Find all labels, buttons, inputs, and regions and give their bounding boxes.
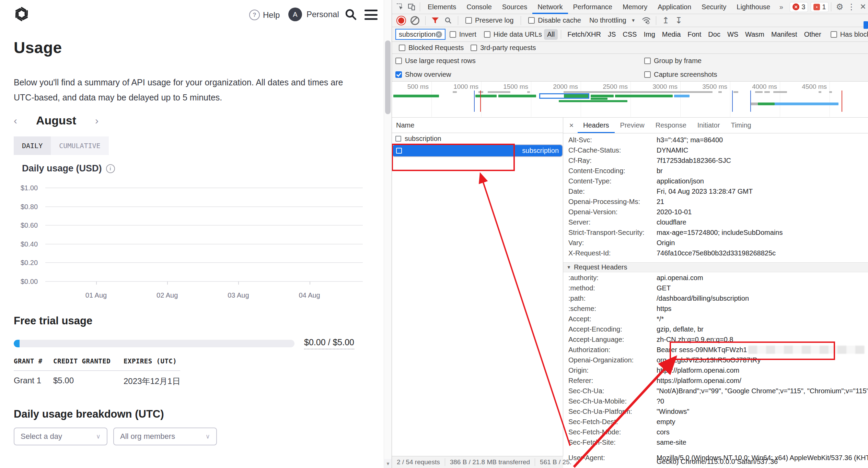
request-checkbox[interactable] (396, 148, 402, 154)
error-badge[interactable]: ✕ 3 (790, 2, 808, 12)
day-select[interactable]: Select a day∨ (14, 428, 107, 445)
gridline (45, 281, 363, 282)
network-conditions-icon[interactable] (640, 15, 652, 26)
capture-screenshots-checkbox[interactable]: Capture screenshots (644, 71, 717, 79)
filter-input[interactable]: subscription ✕ (395, 29, 445, 40)
close-details-icon[interactable]: × (565, 119, 578, 132)
details-tab-response[interactable]: Response (650, 118, 692, 133)
details-tab-headers[interactable]: Headers (578, 118, 615, 133)
timeline-event-line-red (480, 91, 481, 112)
grant-col: EXPIRES (UTC) (124, 357, 177, 365)
details-tab-initiator[interactable]: Initiator (692, 118, 726, 133)
settings-gear-icon[interactable]: ⚙ (834, 1, 845, 13)
clear-icon[interactable] (410, 16, 419, 25)
request-checkbox[interactable] (395, 136, 401, 142)
menu-icon[interactable] (364, 10, 378, 20)
clear-filter-icon[interactable]: ✕ (436, 31, 442, 38)
timeline-tick-label: 1500 ms (503, 83, 528, 91)
timeline-gridline (630, 82, 631, 117)
filter-type-img[interactable]: Img (640, 29, 658, 40)
checkbox (395, 58, 402, 64)
search-icon[interactable] (442, 15, 454, 26)
checkbox (450, 31, 456, 38)
left-scrollbar[interactable]: ▼ (384, 0, 392, 468)
devtools-tab-sources[interactable]: Sources (497, 0, 532, 14)
preserve-log-checkbox[interactable]: Preserve log (465, 16, 513, 24)
x-tick (238, 281, 239, 285)
device-toolbar-icon[interactable] (406, 1, 417, 13)
timeline-selection[interactable] (539, 93, 589, 99)
export-har-icon[interactable]: ↧ (673, 15, 685, 26)
request-row[interactable]: subscription (392, 144, 563, 157)
filter-type-all[interactable]: All (544, 29, 558, 40)
help-button[interactable]: ? Help (249, 10, 280, 20)
inspect-element-icon[interactable] (394, 1, 406, 13)
filter-type-wasm[interactable]: Wasm (742, 29, 767, 40)
timeline-bar-green (615, 95, 673, 97)
devtools-tab-application[interactable]: Application (652, 0, 696, 14)
account-menu[interactable]: A Personal (288, 8, 339, 21)
record-icon[interactable] (398, 17, 404, 24)
request-row[interactable]: subscription (392, 133, 563, 144)
checkbox-checked (395, 71, 402, 78)
x-axis-label: 02 Aug (157, 291, 178, 299)
large-rows-checkbox[interactable]: Use large request rows (395, 57, 476, 65)
devtools-tab-security[interactable]: Security (696, 0, 731, 14)
devtools-tab-performance[interactable]: Performance (568, 0, 618, 14)
filter-type-font[interactable]: Font (684, 29, 704, 40)
has-blocked-cookies-checkbox[interactable]: Has blocked cookies (831, 31, 868, 38)
current-month: August (36, 114, 76, 127)
request-headers-section[interactable]: ▼ Request Headers (563, 262, 868, 272)
blocked-requests-checkbox[interactable]: Blocked Requests (399, 44, 464, 52)
x-tick (96, 281, 97, 285)
timeline-bar-gray (773, 91, 787, 93)
filter-type-media[interactable]: Media (659, 29, 684, 40)
network-overview-timeline[interactable]: 500 ms1000 ms1500 ms2000 ms2500 ms3000 m… (392, 82, 868, 118)
name-column-header[interactable]: Name (392, 118, 563, 133)
invert-checkbox[interactable]: Invert (450, 31, 476, 38)
devtools-tab-network[interactable]: Network (532, 0, 568, 14)
help-icon: ? (249, 10, 260, 20)
hide-data-urls-checkbox[interactable]: Hide data URLs (484, 31, 542, 38)
third-party-checkbox[interactable]: 3rd-party requests (471, 44, 536, 52)
close-devtools-icon[interactable]: ✕ (857, 1, 868, 13)
x-axis-label: 04 Aug (299, 291, 320, 299)
scrollbar-down-arrow[interactable]: ▼ (384, 459, 392, 468)
next-month-button[interactable]: › (95, 116, 99, 126)
timeline-tick-label: 3500 ms (702, 83, 727, 91)
devtools-tab-memory[interactable]: Memory (617, 0, 652, 14)
timeline-bar-green (559, 100, 627, 102)
header-row: Sec-Fetch-Dest:empty (563, 417, 868, 427)
tab-daily[interactable]: DAILY (14, 136, 51, 155)
filter-icon[interactable] (429, 15, 441, 26)
account-name: Personal (306, 10, 339, 19)
filter-type-doc[interactable]: Doc (705, 29, 724, 40)
devtools-tab-elements[interactable]: Elements (423, 0, 461, 14)
disable-cache-checkbox[interactable]: Disable cache (528, 16, 581, 24)
filter-type-manifest[interactable]: Manifest (768, 29, 800, 40)
y-axis-label: $1.00 (21, 184, 37, 192)
prev-month-button[interactable]: ‹ (14, 116, 17, 126)
show-overview-checkbox[interactable]: Show overview (395, 71, 451, 79)
more-tabs-icon[interactable]: » (775, 1, 787, 13)
search-icon[interactable] (344, 8, 358, 21)
filter-type-other[interactable]: Other (801, 29, 824, 40)
dropdown-arrow-icon: ▼ (631, 18, 636, 23)
import-har-icon[interactable]: ↥ (660, 15, 672, 26)
org-members-select[interactable]: All org members∨ (113, 428, 217, 445)
devtools-tab-lighthouse[interactable]: Lighthouse (731, 0, 775, 14)
filter-type-js[interactable]: JS (605, 29, 619, 40)
issues-badge[interactable]: ▪ 1 (811, 2, 829, 12)
tab-cumulative[interactable]: CUMULATIVE (51, 136, 108, 155)
devtools-tab-console[interactable]: Console (461, 0, 497, 14)
details-tab-timing[interactable]: Timing (725, 118, 756, 133)
group-by-frame-checkbox[interactable]: Group by frame (644, 57, 702, 65)
scrollbar-thumb[interactable] (385, 40, 391, 114)
kebab-menu-icon[interactable]: ⋮ (845, 1, 857, 13)
info-icon[interactable]: i (106, 164, 115, 173)
filter-type-css[interactable]: CSS (620, 29, 640, 40)
throttling-select[interactable]: No throttling ▼ (589, 16, 636, 24)
details-tab-preview[interactable]: Preview (615, 118, 650, 133)
filter-type-ws[interactable]: WS (724, 29, 741, 40)
filter-type-fetchxhr[interactable]: Fetch/XHR (564, 29, 604, 40)
